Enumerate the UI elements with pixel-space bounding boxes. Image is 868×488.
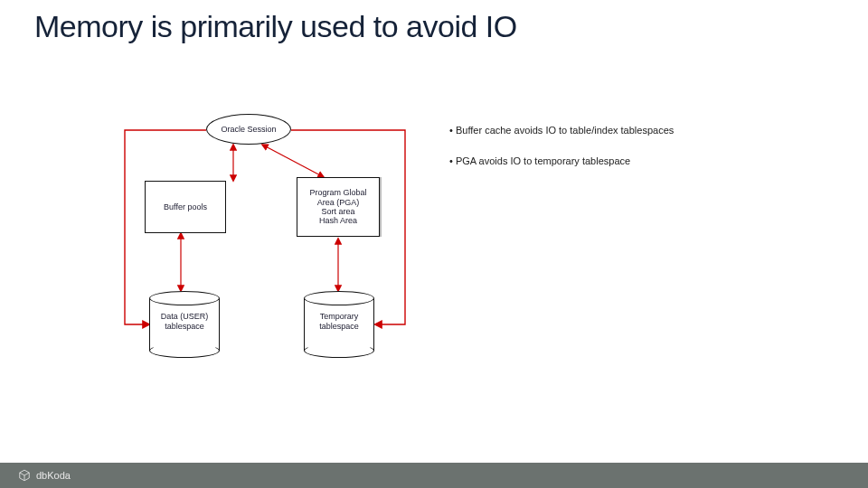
cube-icon xyxy=(18,469,31,482)
bullet-1: Buffer cache avoids IO to table/index ta… xyxy=(449,125,674,136)
node-pga: Program Global Area (PGA) Sort area Hash… xyxy=(297,177,380,237)
bullet-2: PGA avoids IO to temporary tablespace xyxy=(449,155,674,166)
node-oracle-session-label: Oracle Session xyxy=(221,125,276,134)
node-temp-ts-line2: tablespace xyxy=(304,321,374,330)
footer-bar: dbKoda xyxy=(0,463,868,488)
node-pga-line2: Area (PGA) xyxy=(317,198,360,207)
node-data-tablespace: Data (USER) tablespace xyxy=(149,291,220,358)
node-temp-ts-line1: Temporary xyxy=(304,312,374,321)
node-pga-line3: Sort area xyxy=(321,207,354,216)
bullet-list: Buffer cache avoids IO to table/index ta… xyxy=(449,125,674,186)
brand-text: dbKoda xyxy=(36,470,71,481)
node-temp-tablespace: Temporary tablespace xyxy=(304,291,374,358)
architecture-diagram: Oracle Session Buffer pools Program Glob… xyxy=(118,112,416,383)
node-oracle-session: Oracle Session xyxy=(206,114,291,145)
node-buffer-pools-label: Buffer pools xyxy=(164,202,207,211)
svg-line-1 xyxy=(262,145,324,177)
node-data-ts-line1: Data (USER) xyxy=(149,312,220,321)
node-pga-line4: Hash Area xyxy=(319,216,357,225)
node-pga-line1: Program Global xyxy=(309,188,366,197)
slide-title: Memory is primarily used to avoid IO xyxy=(34,9,517,44)
node-buffer-pools: Buffer pools xyxy=(145,181,226,233)
node-data-ts-line2: tablespace xyxy=(149,321,220,330)
brand-logo: dbKoda xyxy=(18,469,71,482)
